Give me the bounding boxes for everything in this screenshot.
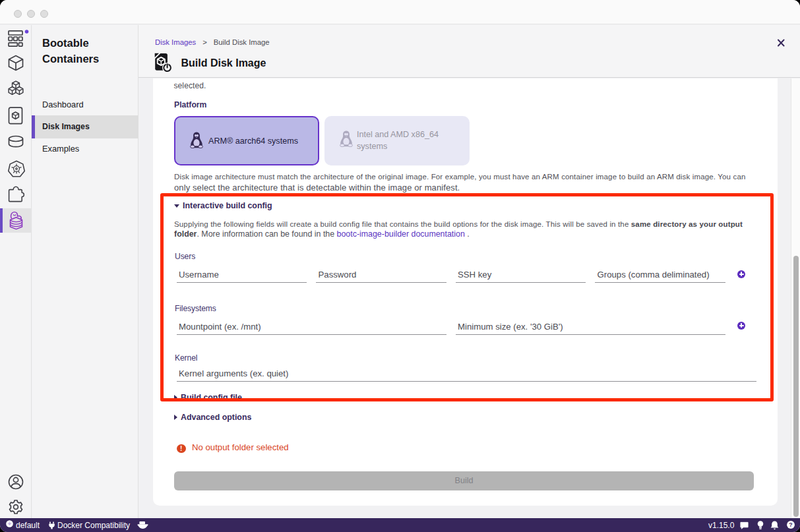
svg-text:?: ?	[789, 521, 792, 528]
